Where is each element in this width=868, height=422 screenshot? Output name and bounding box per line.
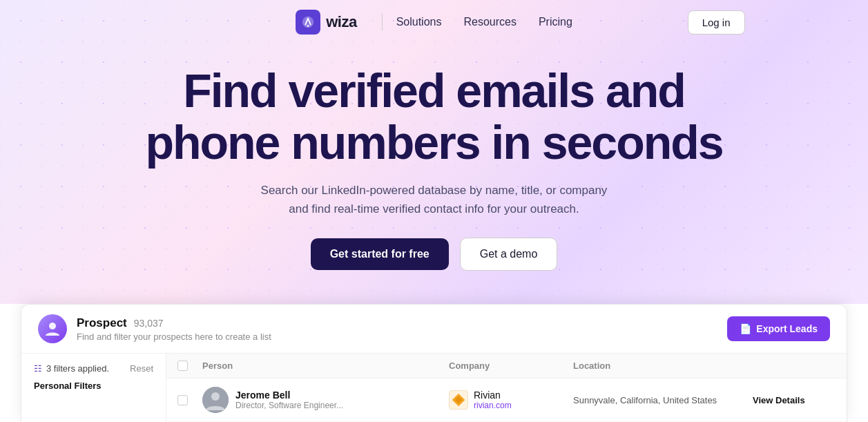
avatar: [202, 387, 229, 413]
hero-buttons: Get started for free Get a demo: [311, 238, 558, 271]
person-cell: Jerome Bell Director, Software Engineer.…: [202, 387, 449, 413]
person-job-title: Director, Software Engineer...: [235, 401, 343, 410]
prospect-title-area: Prospect 93,037 Find and filter your pro…: [77, 316, 727, 342]
hero-section: wiza Solutions Resources Pricing Log in …: [0, 0, 868, 304]
view-details-button[interactable]: View Details: [753, 395, 805, 405]
action-cell: View Details: [753, 394, 836, 406]
prospect-panel: Prospect 93,037 Find and filter your pro…: [21, 304, 847, 422]
export-leads-button[interactable]: 📄 Export Leads: [727, 316, 830, 341]
personal-filters-label: Personal Filters: [34, 381, 153, 391]
prospect-count: 93,037: [134, 318, 164, 329]
location-cell: Sunnyvale, California, United States: [573, 395, 753, 405]
header-location: Location: [573, 361, 753, 371]
table-row: Jerome Bell Director, Software Engineer.…: [166, 378, 847, 422]
login-button[interactable]: Log in: [688, 10, 745, 35]
company-info: Rivian rivian.com: [474, 390, 512, 410]
nav-pricing[interactable]: Pricing: [539, 16, 572, 28]
filter-sidebar: ☷ 3 filters applied. Reset Personal Filt…: [21, 354, 166, 422]
hero-title: Find verified emails and phone numbers i…: [145, 65, 722, 169]
table-area: Person Company Location: [166, 354, 847, 422]
company-name: Rivian: [474, 390, 512, 401]
hero-subtitle: Search our LinkedIn-powered database by …: [254, 181, 613, 218]
row-checkbox[interactable]: [177, 395, 188, 405]
get-demo-button[interactable]: Get a demo: [460, 238, 558, 271]
get-started-button[interactable]: Get started for free: [311, 238, 449, 270]
nav-links: Solutions Resources Pricing: [396, 16, 572, 28]
header-person: Person: [202, 361, 449, 371]
nav-solutions[interactable]: Solutions: [396, 16, 442, 28]
person-info: Jerome Bell Director, Software Engineer.…: [235, 390, 343, 410]
export-icon: 📄: [740, 323, 751, 334]
header-checkbox-cell: [177, 361, 202, 371]
header-action: [753, 361, 836, 371]
prospect-subtitle: Find and filter your prospects here to c…: [77, 332, 727, 342]
company-logo: [449, 390, 468, 410]
header-company: Company: [449, 361, 573, 371]
row-checkbox-cell: [177, 395, 202, 405]
logo-icon: [296, 10, 320, 35]
logo-text: wiza: [326, 13, 356, 31]
filter-applied-label: ☷ 3 filters applied.: [34, 363, 109, 374]
prospect-avatar: [38, 314, 67, 343]
reset-link[interactable]: Reset: [130, 363, 153, 374]
prospect-header: Prospect 93,037 Find and filter your pro…: [21, 305, 847, 354]
hero-content: Find verified emails and phone numbers i…: [117, 65, 750, 271]
logo[interactable]: wiza: [296, 10, 356, 35]
nav-divider: [382, 14, 383, 30]
company-cell: Rivian rivian.com: [449, 390, 573, 410]
svg-point-4: [211, 392, 220, 401]
person-name: Jerome Bell: [235, 390, 343, 401]
navbar: wiza Solutions Resources Pricing Log in: [0, 0, 868, 44]
filter-row: ☷ 3 filters applied. Reset: [34, 363, 153, 374]
filter-icon: ☷: [34, 363, 42, 374]
svg-point-1: [307, 25, 309, 27]
table-header: Person Company Location: [166, 354, 847, 378]
prospect-title: Prospect: [77, 316, 127, 330]
company-domain: rivian.com: [474, 401, 512, 410]
panel-body: ☷ 3 filters applied. Reset Personal Filt…: [21, 354, 847, 422]
svg-point-2: [49, 323, 56, 329]
nav-resources[interactable]: Resources: [463, 16, 516, 28]
header-checkbox[interactable]: [177, 361, 188, 371]
